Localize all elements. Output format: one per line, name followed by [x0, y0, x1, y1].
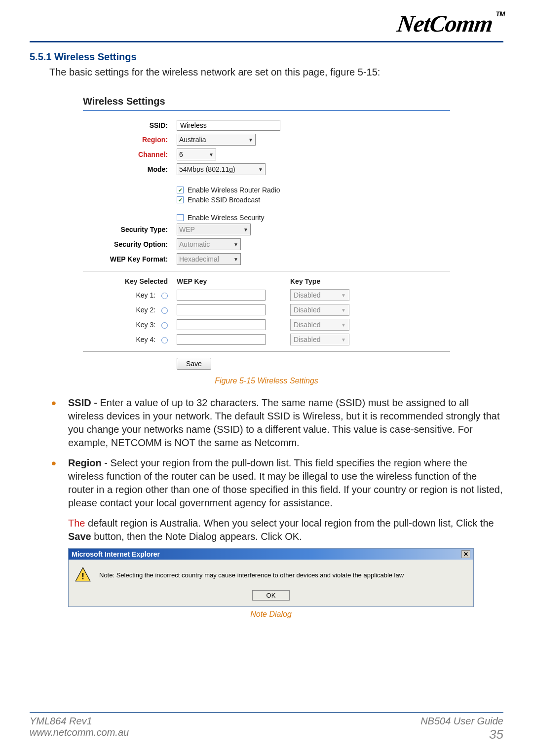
security-type-label: Security Type: [83, 226, 177, 233]
chevron-down-icon: ▼ [248, 137, 253, 143]
chevron-down-icon: ▼ [209, 152, 214, 157]
channel-select[interactable]: 6 ▼ [177, 149, 216, 160]
divider [83, 110, 450, 111]
region-label: Region: [83, 136, 177, 144]
enable-ssid-broadcast-checkbox[interactable] [177, 196, 184, 203]
section-title: Wireless Settings [54, 51, 137, 62]
key-type-value: Disabled [294, 336, 320, 343]
note-text-a: default region is Australia. When you se… [85, 518, 494, 529]
dialog-body-text: Note: Selecting the incorrect country ma… [99, 571, 404, 579]
chevron-down-icon: ▼ [258, 167, 263, 172]
brand-logo: NetCommTM [395, 10, 505, 37]
section-number: 5.5.1 [30, 51, 51, 62]
footer-url: www.netcomm.com.au [30, 727, 129, 738]
wep-header-key: WEP Key [177, 277, 290, 285]
key-label: Key 3: [136, 321, 155, 329]
chevron-down-icon: ▼ [233, 242, 238, 247]
intro-text: The basic settings for the wireless netw… [49, 67, 503, 78]
svg-text:!: ! [81, 571, 84, 581]
figure-caption: Figure 5-15 Wireless Settings [30, 377, 503, 385]
key-label: Key 4: [136, 336, 155, 343]
enable-ssid-broadcast-label: Enable SSID Broadcast [188, 196, 260, 204]
footer-guide: NB504 User Guide [420, 716, 503, 727]
channel-label: Channel: [83, 151, 177, 158]
wep-key-input[interactable] [177, 304, 266, 315]
security-option-label: Security Option: [83, 240, 177, 248]
enable-router-radio-checkbox[interactable] [177, 187, 184, 193]
dialog-caption: Note Dialog [68, 610, 474, 619]
chevron-down-icon: ▼ [233, 257, 238, 262]
key-type-value: Disabled [294, 321, 320, 329]
bullet-region: Region - Select your region from the pul… [51, 456, 503, 510]
wep-key-row: Key 2: Disabled ▼ [83, 304, 450, 316]
ssid-input[interactable] [177, 120, 280, 131]
wep-key-row: Key 4: Disabled ▼ [83, 334, 450, 345]
footer-rev: YML864 Rev1 [30, 716, 129, 727]
chevron-down-icon: ▼ [243, 227, 248, 232]
key-type-value: Disabled [294, 306, 320, 314]
wep-key-input[interactable] [177, 334, 266, 345]
key-type-select[interactable]: Disabled ▼ [290, 319, 349, 331]
mode-select[interactable]: 54Mbps (802.11g) ▼ [177, 163, 266, 175]
wep-header-selected: Key Selected [83, 277, 177, 285]
wep-format-value: Hexadecimal [179, 255, 219, 263]
chevron-down-icon: ▼ [341, 337, 346, 342]
brand-name: NetComm [395, 10, 494, 37]
bullet-ssid: SSID - Enter a value of up to 32 charact… [51, 396, 503, 450]
bullet-ssid-head: SSID [68, 397, 91, 408]
footer-page: 35 [420, 727, 503, 742]
note-text-b: button, then the Note Dialog appears. Cl… [91, 531, 302, 542]
divider [83, 271, 450, 271]
region-value: Australia [179, 136, 206, 144]
note-save-bold: Save [68, 531, 91, 542]
chevron-down-icon: ▼ [341, 307, 346, 313]
key-radio[interactable] [161, 307, 168, 314]
channel-value: 6 [179, 151, 183, 158]
security-option-value: Automatic [179, 240, 210, 248]
close-icon[interactable]: ✕ [461, 550, 470, 558]
key-radio[interactable] [161, 293, 168, 299]
key-radio[interactable] [161, 322, 168, 329]
chevron-down-icon: ▼ [341, 293, 346, 298]
dialog-titlebar: Microsoft Internet Explorer ✕ [69, 549, 473, 560]
wep-key-row: Key 3: Disabled ▼ [83, 319, 450, 331]
dialog-title-text: Microsoft Internet Explorer [72, 550, 160, 558]
note-paragraph: The default region is Australia. When yo… [68, 517, 503, 543]
brand-tm: TM [495, 10, 505, 18]
bullet-region-text: - Select your region from the pull-down … [68, 457, 503, 508]
mode-label: Mode: [83, 165, 177, 173]
key-radio[interactable] [161, 337, 168, 343]
wep-key-input[interactable] [177, 290, 266, 301]
wireless-settings-panel: Wireless Settings SSID: Region: Australi… [74, 90, 459, 373]
region-select[interactable]: Australia ▼ [177, 134, 256, 146]
enable-wireless-security-checkbox[interactable] [177, 214, 184, 221]
panel-title: Wireless Settings [83, 96, 450, 107]
security-option-select[interactable]: Automatic ▼ [177, 238, 241, 250]
enable-wireless-security-label: Enable Wireless Security [188, 214, 265, 222]
security-type-value: WEP [179, 226, 195, 233]
key-label: Key 2: [136, 306, 155, 314]
ssid-label: SSID: [83, 121, 177, 129]
mode-value: 54Mbps (802.11g) [179, 165, 235, 173]
chevron-down-icon: ▼ [341, 322, 346, 328]
page-footer: YML864 Rev1 www.netcomm.com.au NB504 Use… [30, 712, 503, 742]
divider [83, 351, 450, 352]
bullet-ssid-text: - Enter a value of up to 32 characters. … [68, 397, 499, 448]
wep-key-row: Key 1: Disabled ▼ [83, 289, 450, 301]
security-type-select[interactable]: WEP ▼ [177, 224, 251, 235]
wep-key-input[interactable] [177, 319, 266, 330]
page-header: NetCommTM [30, 10, 503, 42]
wep-table-header: Key Selected WEP Key Key Type [83, 277, 450, 285]
save-button[interactable]: Save [177, 358, 211, 370]
key-type-select[interactable]: Disabled ▼ [290, 304, 349, 316]
ok-button[interactable]: OK [252, 590, 290, 601]
wep-format-label: WEP Key Format: [83, 255, 177, 263]
note-the: The [68, 518, 85, 529]
wep-format-select[interactable]: Hexadecimal ▼ [177, 253, 241, 265]
key-type-select[interactable]: Disabled ▼ [290, 289, 349, 301]
key-type-select[interactable]: Disabled ▼ [290, 334, 349, 345]
section-heading: 5.5.1 Wireless Settings [30, 51, 503, 63]
warning-icon: ! [75, 567, 91, 583]
key-label: Key 1: [136, 291, 155, 299]
enable-router-radio-label: Enable Wireless Router Radio [188, 186, 280, 194]
